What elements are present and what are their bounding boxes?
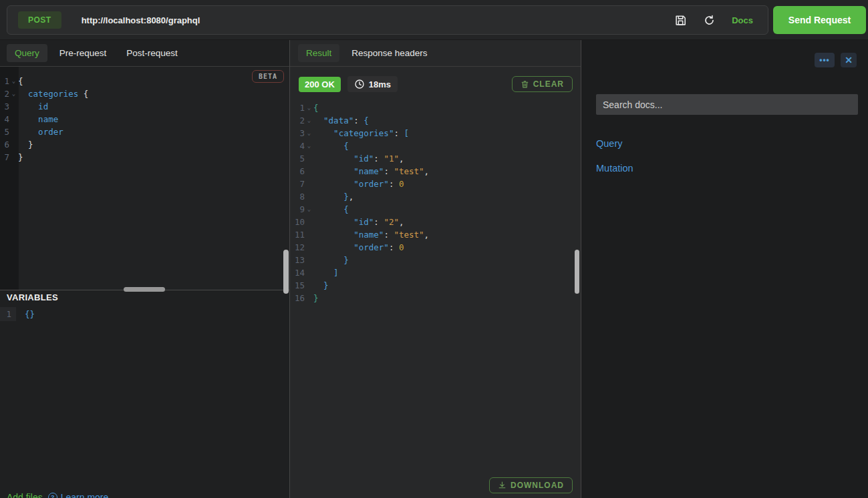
code-line: 1⌄{ [290,101,581,114]
url-input[interactable]: http://localhost:8080/graphql [82,15,200,25]
code-token [313,127,333,140]
fold-chevron-icon[interactable]: ⌄ [305,101,313,114]
fold-chevron-icon[interactable]: ⌄ [305,127,313,140]
response-scrollbar-thumb[interactable] [575,250,579,294]
code-token [18,126,38,138]
line-number: 11 [290,228,305,241]
code-token: , [349,190,354,203]
split-drag-handle[interactable] [124,287,165,292]
code-token [313,279,323,292]
close-icon[interactable]: ✕ [841,53,857,67]
code-token: { [364,114,369,127]
line-number: 16 [290,292,305,304]
save-icon[interactable] [674,14,687,27]
code-token: "data" [323,114,353,127]
code-token: , [424,228,430,241]
code-token: ] [333,266,339,279]
tab-post-request[interactable]: Post-request [118,44,186,62]
fold-gutter [305,254,313,266]
line-number: 3 [0,100,9,113]
code-token: { [343,203,349,216]
editor-split-divider [0,290,289,290]
duration-badge: 18ms [347,76,398,92]
refresh-icon[interactable] [703,14,716,27]
result-viewer[interactable]: 1⌄{2⌄ "data": {3⌄ "categories": [4⌄ {5 "… [290,101,581,304]
request-scrollbar-thumb[interactable] [283,250,289,294]
line-number: 8 [290,190,305,203]
code-token: : [374,152,384,165]
query-editor[interactable]: 1⌄{2⌄ categories {3 id4 name5 order6 }7}… [0,67,289,290]
line-number: 1 [0,75,9,87]
code-line: 9⌄ { [290,203,581,216]
code-token: [ [404,127,409,140]
code-token: } [18,138,33,151]
fold-gutter [9,126,18,138]
download-button[interactable]: DOWNLOAD [489,477,573,493]
fold-chevron-icon[interactable]: ⌄ [9,87,18,100]
code-line: 10 "id": "2", [290,216,581,228]
docs-search-input[interactable] [596,94,858,115]
method-select[interactable]: POST [18,11,61,29]
code-line: 7 "order": 0 [290,178,581,190]
docs-type-query[interactable]: Query [596,138,623,149]
code-line: 14 ] [290,266,581,279]
line-number: 1 [0,307,16,321]
line-number: 15 [290,279,305,292]
code-line: 8 }, [290,190,581,203]
fold-chevron-icon[interactable]: ⌄ [9,75,18,87]
code-line: 2⌄ "data": { [290,114,581,127]
code-line: 1⌄{ [0,75,289,87]
line-number: 9 [290,203,305,216]
top-bar: POST http://localhost:8080/graphql Docs … [0,0,868,40]
code-token: } [343,190,349,203]
tab-response-headers[interactable]: Response headers [343,44,435,62]
code-token: "order" [353,178,389,190]
add-files-link[interactable]: Add files [7,492,43,498]
code-token: "name" [353,228,384,241]
code-token: } [343,254,349,266]
request-footer: Add files ? Learn more [7,492,108,498]
line-number: 4 [290,140,305,152]
code-token: "order" [353,241,389,254]
code-token: "id" [353,152,374,165]
code-token: } [323,279,329,292]
send-request-button[interactable]: Send Request [773,6,866,34]
fold-gutter [9,151,18,164]
code-token [78,87,84,100]
code-line: 13 } [290,254,581,266]
fold-gutter [16,307,25,321]
query-code: 1⌄{2⌄ categories {3 id4 name5 order6 }7} [0,75,289,164]
fold-gutter [305,241,313,254]
code-token: "name" [353,165,384,178]
tab-pre-request[interactable]: Pre-request [51,44,115,62]
docs-panel: ••• ✕ Query Mutation [582,40,868,498]
code-token: {} [25,307,35,321]
clear-button[interactable]: CLEAR [512,76,573,92]
tab-result[interactable]: Result [298,44,339,62]
code-token: } [18,151,23,164]
code-line: 12 "order": 0 [290,241,581,254]
code-token [313,114,323,127]
fold-chevron-icon[interactable]: ⌄ [305,114,313,127]
code-token [313,152,353,165]
fold-gutter [305,279,313,292]
fold-chevron-icon[interactable]: ⌄ [305,140,313,152]
variables-title: VARIABLES [7,292,58,302]
code-token: "categories" [333,127,394,140]
code-line: 5 order [0,126,289,138]
docs-type-mutation[interactable]: Mutation [596,163,633,174]
docs-link[interactable]: Docs [732,15,753,25]
tab-query[interactable]: Query [7,44,47,62]
fold-chevron-icon[interactable]: ⌄ [305,203,313,216]
line-number: 1 [290,101,305,114]
trash-icon [521,79,529,89]
variables-editor[interactable]: 1{} [0,307,289,321]
code-token: : [394,127,404,140]
more-icon[interactable]: ••• [815,53,835,67]
code-token: , [399,152,404,165]
line-number: 3 [290,127,305,140]
learn-more-link[interactable]: ? Learn more [48,492,109,498]
fold-gutter [305,216,313,228]
code-line: 3 id [0,100,289,113]
code-line: 2⌄ categories { [0,87,289,100]
